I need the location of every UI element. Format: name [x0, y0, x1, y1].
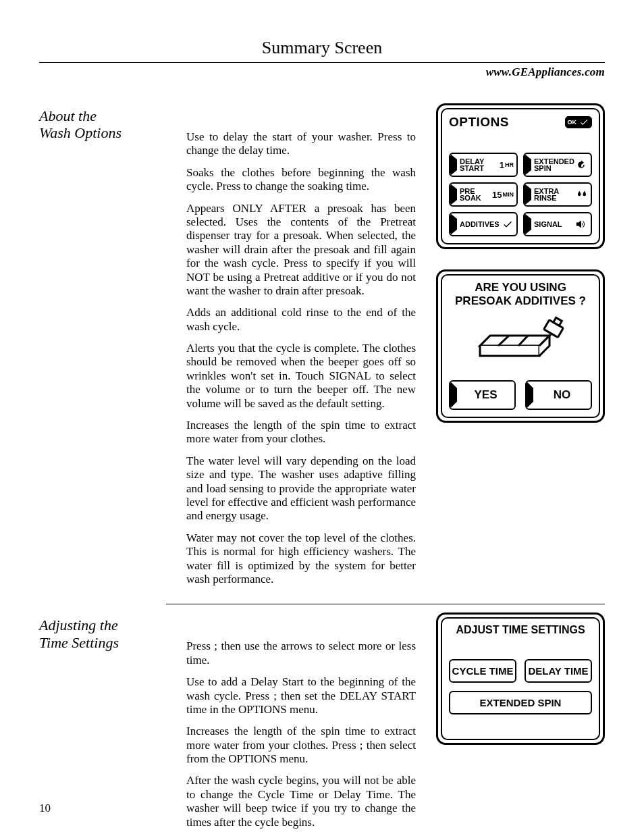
title-line-2: Time Settings	[39, 634, 119, 651]
softkey-pre-soak[interactable]: PRESOAK 15MIN	[449, 182, 518, 207]
title-line-1: About the	[39, 107, 97, 124]
options-panel: OPTIONS OK DELAYSTART 1HR	[436, 103, 605, 249]
paragraph-delay-start: Use to delay the start of your washer. P…	[186, 130, 416, 158]
tray-illustration	[449, 315, 592, 369]
adjust-time-settings-panel: ADJUST TIME SETTINGS CYCLE TIME DELAY TI…	[436, 613, 605, 745]
paragraph-note-2: Water may not cover the top level of the…	[186, 531, 416, 587]
page: Summary Screen www.GEAppliances.com Abou…	[0, 0, 644, 834]
paragraph-additives: Appears ONLY AFTER a presoak has been se…	[186, 202, 416, 298]
section-title: About the Wash Options	[39, 107, 166, 594]
paragraph-cycle-time: Press ; then use the arrows to select mo…	[186, 640, 416, 667]
site-url: www.GEAppliances.com	[39, 66, 605, 79]
paragraph-presoak: Soaks the clothes before beginning the w…	[186, 166, 416, 194]
speaker-icon	[574, 219, 591, 230]
softkey-signal[interactable]: SIGNAL	[523, 212, 592, 236]
paragraph-delay-time: Use to add a Delay Start to the beginnin…	[186, 675, 416, 716]
header-rule	[39, 62, 605, 63]
ats-title: ADJUST TIME SETTINGS	[449, 624, 592, 636]
section-title: Adjusting the Time Settings	[39, 617, 166, 834]
paragraph-signal: Alerts you that the cycle is complete. T…	[186, 342, 416, 411]
page-title: Summary Screen	[39, 38, 605, 58]
softkey-delay-start[interactable]: DELAYSTART 1HR	[449, 153, 518, 177]
softkey-delay-time[interactable]: DELAY TIME	[525, 659, 592, 683]
presoak-question: ARE YOU USING PRESOAK ADDITIVES ?	[449, 281, 592, 309]
softkey-yes[interactable]: YES	[449, 380, 516, 410]
page-number: 10	[39, 802, 51, 815]
title-line-1: Adjusting the	[39, 617, 118, 633]
figures-column: OPTIONS OK DELAYSTART 1HR	[436, 103, 605, 594]
softkey-additives[interactable]: ADDITIVES	[449, 212, 518, 236]
presoak-additives-panel: ARE YOU USING PRESOAK ADDITIVES ?	[436, 269, 605, 423]
options-title: OPTIONS	[449, 115, 509, 130]
section-wash-options: About the Wash Options Use to delay the …	[39, 103, 605, 594]
drops-icon	[576, 189, 591, 200]
softkey-extra-rinse[interactable]: EXTRARINSE	[523, 182, 592, 207]
ok-text: OK	[568, 120, 577, 126]
paragraph-extra-rinse: Adds an additional cold rinse to the end…	[186, 306, 416, 334]
paragraph-extended-spin: Increases the length of the spin time to…	[186, 419, 416, 446]
section-adjust-time: Adjusting the Time Settings Press ; then…	[39, 613, 605, 834]
body-text: Use to delay the start of your washer. P…	[186, 103, 416, 594]
softkey-extended-spin[interactable]: EXTENDEDSPIN	[523, 153, 592, 177]
check-icon	[579, 118, 589, 127]
ok-badge: OK	[565, 116, 593, 128]
section-separator	[166, 604, 605, 604]
body-text: Press ; then use the arrows to select mo…	[186, 613, 416, 834]
title-line-2: Wash Options	[39, 124, 122, 141]
spin-icon	[574, 159, 591, 170]
paragraph-note-1: The water level will vary depending on t…	[186, 454, 416, 523]
softkey-cycle-time[interactable]: CYCLE TIME	[449, 659, 516, 683]
check-icon	[502, 219, 516, 230]
softkey-extended-spin[interactable]: EXTENDED SPIN	[449, 691, 592, 714]
paragraph-extended-spin: Increases the length of the spin time to…	[186, 725, 416, 766]
paragraph-note: After the wash cycle begins, you will no…	[186, 774, 416, 829]
softkey-no[interactable]: NO	[525, 380, 592, 410]
figures-column: ADJUST TIME SETTINGS CYCLE TIME DELAY TI…	[436, 613, 605, 834]
